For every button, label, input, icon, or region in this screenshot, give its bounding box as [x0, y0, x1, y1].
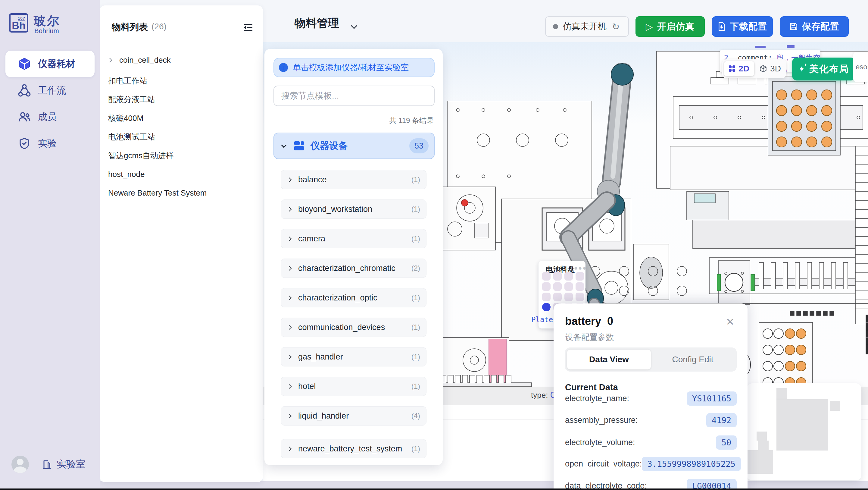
lab-link-label: 实验室 [57, 458, 86, 471]
sidebar-item-workflow[interactable]: 工作流 [5, 77, 95, 104]
template-item-bioyond-workstation[interactable]: bioyond_workstation(1) [281, 200, 427, 219]
toggle-3d[interactable]: 3D [754, 64, 786, 74]
sidebar-item-experiments[interactable]: 实验 [5, 130, 95, 157]
template-item-label: balance [298, 175, 411, 184]
chevron-right-icon [287, 207, 292, 211]
tree-item-coin-cell-deck[interactable]: coin_cell_deck [108, 52, 254, 67]
data-value: 3.1559998989105225 [642, 457, 741, 471]
popup-title: battery_0 [565, 315, 613, 327]
tree-item[interactable]: host_node [108, 167, 254, 182]
tree-item[interactable]: 智达gcms自动进样 [108, 148, 254, 163]
status-dot-icon [553, 24, 558, 29]
tray-cell[interactable] [542, 272, 551, 281]
sidebar-item-label: 成员 [38, 111, 57, 123]
materials-title: 物料列表 [112, 21, 148, 33]
tray-cell[interactable] [553, 282, 562, 291]
tree-item-label: coin_cell_deck [119, 55, 171, 65]
template-item-characterization-optic[interactable]: characterization_optic(1) [281, 288, 427, 307]
tray-cell[interactable] [542, 293, 551, 301]
tab-data-view[interactable]: Data View [567, 350, 651, 370]
template-item-label: characterization_optic [298, 293, 411, 302]
data-row-electrolyte-volume: electrolyte_volume: 50 [565, 435, 737, 450]
tab-config-edit[interactable]: Config Edit [651, 350, 735, 370]
category-instruments[interactable]: 仪器设备 53 [274, 133, 435, 159]
sparkles-icon: ✦ [799, 65, 806, 73]
materials-panel: 物料列表 (26) coin_cell_deck 扣电工作站 配液分液工站 核磁… [100, 5, 263, 482]
minimap[interactable] [747, 383, 861, 480]
toggle-2d[interactable]: 2D [724, 61, 754, 76]
tray-cell[interactable] [564, 272, 573, 281]
info-icon: i [279, 63, 288, 72]
sidebar-footer: 实验室 [0, 451, 100, 478]
start-button-label: 开启仿真 [657, 21, 694, 33]
plate-label: Plate [531, 316, 553, 324]
save-config-button[interactable]: 保存配置 [780, 16, 849, 37]
tree-item[interactable]: 配液分液工站 [108, 92, 254, 107]
tray-cell[interactable] [576, 272, 584, 281]
sidebar-item-instruments[interactable]: 仪器耗材 [5, 51, 95, 77]
sidebar: 107 Bh 玻尔 Bohrium 仪器耗材 工作流 成员 [0, 0, 100, 490]
tray-menu-dots-icon[interactable]: ●●● [574, 265, 587, 271]
data-label: electrolyte_name: [565, 394, 687, 403]
template-item-count: (1) [411, 353, 420, 361]
refresh-icon[interactable]: ↻ [612, 21, 620, 32]
data-value: 4192 [706, 413, 737, 427]
tray-cell[interactable] [542, 282, 551, 291]
status-label: 仿真未开机 [563, 21, 607, 33]
tray-cell-battery-0-selected[interactable] [542, 303, 551, 311]
tray-cell[interactable] [576, 282, 584, 291]
close-icon[interactable]: ✕ [726, 317, 735, 327]
results-count: 共 119 条结果 [389, 116, 434, 125]
chevron-right-icon [287, 295, 292, 300]
download-config-button[interactable]: 下载配置 [712, 16, 773, 37]
template-item-communication-devices[interactable]: communication_devices(1) [281, 318, 427, 337]
play-icon: ▷ [646, 21, 653, 32]
title-dropdown-chevron-icon[interactable] [351, 23, 357, 29]
tree-item[interactable]: 电池测试工站 [108, 129, 254, 144]
template-item-label: camera [298, 234, 411, 243]
tray-cell[interactable] [564, 293, 573, 301]
shield-icon [18, 137, 31, 150]
template-item-camera[interactable]: camera(1) [281, 229, 427, 248]
template-item-gas-handler[interactable]: gas_handler(1) [281, 347, 427, 367]
template-item-balance[interactable]: balance(1) [281, 170, 427, 189]
collapse-panel-icon[interactable] [243, 22, 253, 33]
tray-cell[interactable] [553, 272, 562, 281]
sidebar-item-label: 工作流 [38, 84, 66, 97]
template-item-label: bioyond_workstation [298, 205, 411, 214]
tree-item[interactable]: 扣电工作站 [108, 73, 254, 88]
brand-name-en: Bohrium [34, 27, 59, 35]
sidebar-item-members[interactable]: 成员 [5, 104, 95, 130]
template-item-label: gas_handler [298, 352, 411, 362]
tree-item[interactable]: 核磁400M [108, 111, 254, 126]
screen-bottom-edge [0, 489, 868, 490]
view-mode-toggle: 2D 3D [722, 59, 786, 78]
template-item-count: (2) [411, 264, 420, 272]
clipped-panel-label: esou [856, 63, 868, 71]
tray-cell[interactable] [564, 282, 573, 291]
data-value: YS101165 [687, 392, 737, 406]
template-item-count: (1) [411, 234, 420, 243]
tree-item[interactable]: Neware Battery Test System [108, 185, 254, 200]
lab-link[interactable]: 实验室 [42, 458, 86, 471]
category-count-badge: 53 [409, 138, 429, 153]
search-input[interactable] [274, 86, 435, 106]
beautify-layout-button[interactable]: ✦ 美化布局 [792, 58, 855, 81]
tree-item-label: 扣电工作站 [108, 76, 147, 86]
tray-cell[interactable] [553, 293, 562, 301]
template-item-count: (1) [411, 205, 420, 213]
chevron-right-icon [287, 325, 292, 330]
user-avatar[interactable] [11, 456, 29, 473]
toggle-3d-label: 3D [770, 64, 781, 74]
materials-count: (26) [152, 22, 166, 31]
template-item-neware-battery-test-system[interactable]: neware_battery_test_system(1) [281, 439, 427, 458]
template-item-liquid-handler[interactable]: liquid_handler(4) [281, 406, 427, 426]
template-item-hotel[interactable]: hotel(1) [281, 377, 427, 396]
start-simulation-button[interactable]: ▷ 开启仿真 [636, 16, 705, 37]
chevron-right-icon [107, 58, 112, 62]
template-item-characterization-chromatic[interactable]: characterization_chromatic(2) [281, 259, 427, 278]
tray-cell[interactable] [576, 293, 584, 301]
template-item-label: hotel [298, 382, 411, 391]
data-label: assembly_pressure: [565, 415, 706, 425]
chevron-right-icon [287, 446, 292, 451]
